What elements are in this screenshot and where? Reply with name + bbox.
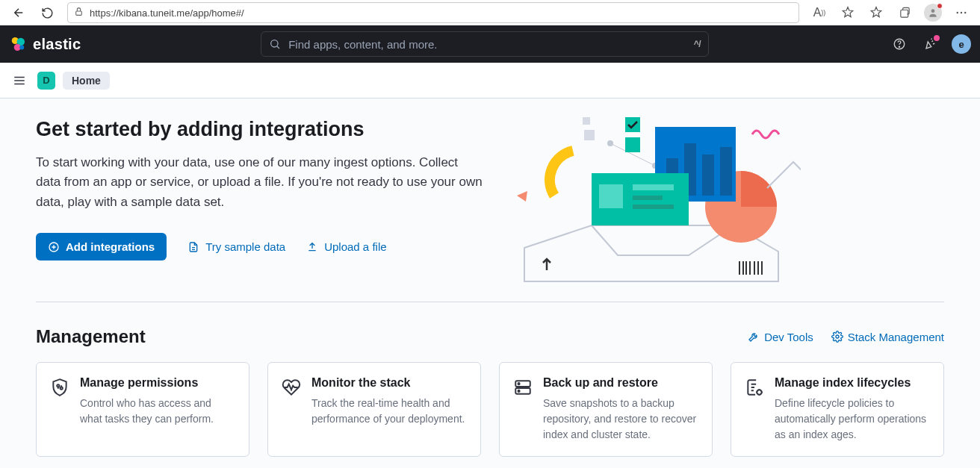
collections-icon — [899, 7, 911, 19]
card-description: Define lifecycle policies to automatical… — [775, 396, 930, 443]
svg-rect-32 — [633, 184, 674, 190]
svg-rect-35 — [625, 117, 640, 132]
newsfeed-button[interactable] — [920, 34, 941, 54]
card-title: Back up and restore — [543, 376, 698, 390]
gear-icon — [831, 331, 843, 343]
hamburger-icon — [13, 74, 26, 87]
upload-icon — [306, 241, 318, 253]
svg-point-9 — [19, 46, 24, 50]
favorites-button[interactable] — [863, 1, 889, 24]
more-horizontal-icon — [955, 6, 968, 19]
hero-title: Get started by adding integrations — [36, 118, 484, 141]
space-initial: D — [43, 75, 49, 86]
global-search[interactable]: Find apps, content, and more. ^/ — [261, 31, 709, 57]
svg-point-12 — [899, 46, 899, 47]
sub-header: D Home — [0, 63, 980, 99]
try-sample-data-link[interactable]: Try sample data — [187, 240, 285, 253]
lock-icon — [74, 7, 84, 19]
svg-rect-1 — [900, 10, 908, 17]
svg-point-3 — [957, 12, 958, 13]
management-heading: Management — [36, 326, 146, 347]
svg-point-46 — [757, 390, 762, 395]
plus-circle-icon — [48, 241, 60, 253]
upload-file-label: Upload a file — [324, 240, 386, 253]
try-sample-data-label: Try sample data — [205, 240, 285, 253]
card-monitor-stack[interactable]: Monitor the stack Track the real-time he… — [267, 362, 481, 457]
dev-tools-label: Dev Tools — [764, 331, 813, 343]
browser-toolbar: https://kibana.tuneit.me/app/home#/ A)) — [0, 0, 980, 25]
management-header: Management Dev Tools Stack Management — [36, 326, 944, 347]
stack-management-link[interactable]: Stack Management — [831, 331, 944, 343]
wrench-icon — [748, 331, 760, 343]
card-manage-permissions[interactable]: Manage permissions Control who has acces… — [36, 362, 249, 457]
management-cards: Manage permissions Control who has acces… — [36, 362, 944, 457]
card-title: Manage index lifecycles — [775, 376, 930, 390]
refresh-button[interactable] — [34, 1, 60, 24]
card-title: Manage permissions — [80, 376, 235, 390]
star-icon — [869, 6, 883, 19]
arrow-left-icon — [12, 6, 25, 19]
svg-point-10 — [271, 40, 278, 47]
svg-point-45 — [518, 390, 520, 392]
person-icon — [928, 7, 938, 18]
collections-button[interactable] — [892, 1, 917, 24]
hero-section: Get started by adding integrations To st… — [36, 113, 944, 302]
svg-point-40 — [57, 384, 59, 387]
storage-icon — [513, 378, 533, 397]
brand-logo[interactable]: elastic — [9, 35, 81, 53]
svg-rect-33 — [633, 196, 663, 200]
hero-illustration — [502, 113, 801, 285]
add-integrations-button[interactable]: Add integrations — [36, 233, 167, 260]
help-icon — [893, 37, 906, 51]
card-index-lifecycles[interactable]: Manage index lifecycles Define lifecycle… — [731, 362, 944, 457]
add-integrations-label: Add integrations — [66, 240, 155, 253]
breadcrumb[interactable]: Home — [63, 72, 110, 90]
svg-point-2 — [931, 9, 935, 13]
favorite-add-button[interactable] — [835, 1, 860, 24]
upload-file-link[interactable]: Upload a file — [306, 240, 386, 253]
profile-button[interactable] — [920, 1, 946, 24]
index-settings-icon — [745, 378, 764, 397]
search-placeholder: Find apps, content, and more. — [288, 38, 437, 51]
svg-rect-31 — [599, 184, 623, 208]
card-backup-restore[interactable]: Back up and restore Save snapshots to a … — [499, 362, 713, 457]
nav-toggle-button[interactable] — [9, 70, 30, 91]
space-selector[interactable]: D — [37, 72, 55, 90]
svg-rect-34 — [633, 205, 674, 209]
shield-icon — [50, 378, 69, 397]
url-text: https://kibana.tuneit.me/app/home#/ — [90, 7, 244, 19]
refresh-icon — [41, 7, 54, 19]
app-header: elastic Find apps, content, and more. ^/… — [0, 25, 980, 63]
help-button[interactable] — [889, 34, 910, 54]
card-description: Control who has access and what tasks th… — [80, 396, 235, 427]
card-title: Monitor the stack — [311, 376, 467, 390]
svg-rect-0 — [76, 11, 82, 15]
card-description: Save snapshots to a backup repository, a… — [543, 396, 698, 443]
brand-text: elastic — [33, 36, 81, 53]
document-icon — [187, 241, 199, 253]
svg-point-41 — [61, 387, 63, 389]
svg-rect-28 — [702, 155, 714, 196]
svg-point-5 — [964, 12, 966, 13]
address-bar[interactable]: https://kibana.tuneit.me/app/home#/ — [67, 2, 799, 23]
star-plus-icon — [841, 6, 855, 19]
user-initial: e — [958, 39, 964, 50]
svg-point-39 — [836, 335, 839, 338]
page-content: Get started by adding integrations To st… — [0, 99, 980, 468]
back-button[interactable] — [6, 1, 31, 24]
hero-description: To start working with your data, use one… — [36, 153, 484, 212]
heartbeat-icon — [282, 378, 301, 397]
breadcrumb-label: Home — [72, 75, 101, 87]
elastic-logo-icon — [9, 35, 27, 53]
user-menu[interactable]: e — [952, 34, 971, 54]
dev-tools-link[interactable]: Dev Tools — [748, 331, 813, 343]
svg-point-4 — [961, 12, 962, 13]
search-shortcut: ^/ — [694, 39, 701, 49]
card-description: Track the real-time health and performan… — [311, 396, 467, 427]
svg-rect-29 — [720, 147, 732, 196]
svg-rect-36 — [625, 137, 640, 152]
svg-rect-37 — [583, 117, 590, 125]
svg-rect-38 — [584, 130, 595, 140]
more-button[interactable] — [949, 1, 974, 24]
read-aloud-button[interactable]: A)) — [807, 1, 832, 24]
